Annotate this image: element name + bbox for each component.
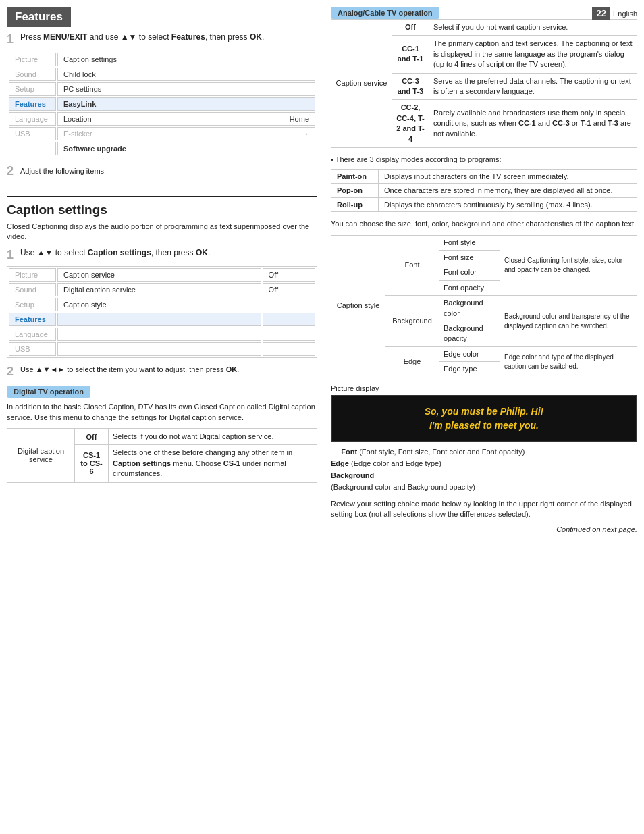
cs-code-cc3: CC-3 and T-3 [392, 73, 429, 100]
cs-desc-cc3: Serve as the preferred data channels. Th… [429, 73, 637, 100]
font-detail: (Font style, Font size, Font color and F… [359, 448, 525, 456]
menu-left-setup: Setup [9, 82, 56, 96]
cap-menu-left-language: Language [9, 328, 56, 341]
dcs-desc-cs: Selects one of these before changing any… [109, 445, 317, 482]
cstyle-item-bgopacity: Background opacity [439, 321, 500, 347]
menu-row-picture: Picture Caption settings [9, 53, 315, 66]
menu-row-usb: USB E-sticker → [9, 127, 315, 140]
caption-service-table: Caption service Off Select if you do not… [331, 19, 637, 148]
cstyle-item-bgcolor: Background color [439, 296, 500, 321]
cap-menu-mid-empty3 [57, 342, 261, 356]
cap-menu-left-picture: Picture [9, 268, 56, 282]
cap-menu-mid-cstyle: Caption style [57, 298, 261, 311]
cs-code-cc1: CC-1 and T-1 [392, 36, 429, 73]
page-number-bar: 22 English [592, 7, 637, 20]
digital-desc: In addition to the basic Closed Caption,… [7, 402, 317, 423]
menu-left-empty [9, 142, 56, 155]
dcs-opt-cs: CS-1 to CS-6 [75, 445, 109, 482]
menu-row-software: Software upgrade [9, 142, 315, 155]
digital-tv-bar: Digital TV operation [7, 386, 90, 398]
dm-label-rollup: Roll-up [331, 198, 379, 212]
picture-display-label: Picture display [331, 384, 637, 392]
picture-display-section: Picture display So, you must be Philip. … [331, 384, 637, 494]
location-label: Location [63, 115, 92, 123]
cap-menu-row-usb: USB [9, 342, 315, 356]
cstyle-item-edgecolor: Edge color [439, 346, 500, 361]
caption-settings-title: Caption settings [7, 196, 317, 217]
menu-row-setup: Setup PC settings [9, 82, 315, 96]
cstyle-group-font: Font [385, 235, 439, 296]
menu-left-picture: Picture [9, 53, 56, 66]
menu-row-sound: Sound Child lock [9, 68, 315, 81]
font-label: Font [341, 448, 357, 456]
dm-row-rollup: Roll-up Displays the characters continuo… [331, 198, 637, 212]
features-menu-table: Picture Caption settings Sound Child loc… [7, 51, 317, 157]
menu-right-caption-settings: Caption settings [57, 53, 315, 66]
dm-row-painton: Paint-on Displays input characters on th… [331, 170, 637, 184]
cap-menu-left-sound: Sound [9, 283, 56, 296]
edge-label: Edge [331, 459, 349, 467]
step2-adjust-text: Adjust the following items. [20, 167, 106, 175]
cap-menu-mid-empty2 [57, 328, 261, 341]
cap-menu-row-sound: Sound Digital caption service Off [9, 283, 315, 296]
features-title: Features [7, 7, 71, 27]
tv-screen: So, you must be Philip. Hi! I'm pleased … [331, 395, 637, 442]
cap-menu-mid-empty [57, 313, 261, 326]
dm-label-popon: Pop-on [331, 184, 379, 198]
annotation-area: Font (Font style, Font size, Font color … [331, 446, 637, 494]
bg-annotation: Background (Background color and Backgro… [331, 470, 637, 494]
cap-menu-right-empty2 [263, 313, 315, 326]
menu-row-language: Language Location Home [9, 112, 315, 126]
cstyle-item-fontstyle: Font style [439, 235, 500, 250]
bg-label: Background [331, 471, 374, 479]
caption-desc: Closed Captioning displays the audio por… [7, 221, 317, 242]
menu-left-usb: USB [9, 127, 56, 140]
dm-row-popon: Pop-on Once characters are stored in mem… [331, 184, 637, 198]
dcs-row-off: Digital caption service Off Selects if y… [7, 428, 317, 444]
cs-row-off: Caption service Off Select if you do not… [331, 20, 637, 36]
dcs-desc-off: Selects if you do not want Digital capti… [109, 428, 317, 444]
bullet-text: • There are 3 display modes according to… [331, 155, 637, 165]
cap-menu-left-setup: Setup [9, 298, 56, 311]
step1-number: 1 [7, 32, 18, 47]
cstyle-group-background: Background [385, 296, 439, 347]
home-label: Home [290, 115, 309, 123]
cs-label-caption-service: Caption service [331, 20, 392, 148]
cap-menu-left-usb: USB [9, 342, 56, 356]
menu-right-software-upgrade: Software upgrade [57, 142, 315, 155]
step1-label: Press MENU/EXIT and use ▲▼ to select Fea… [20, 32, 264, 42]
tv-text-line1: So, you must be Philip. Hi! [339, 405, 629, 419]
display-modes-table: Paint-on Displays input characters on th… [331, 169, 637, 212]
cap-menu-right-empty4 [263, 342, 315, 356]
menu-row-features: Features EasyLink [9, 97, 315, 111]
menu-right-child-lock: Child lock [57, 68, 315, 81]
dm-label-painton: Paint-on [331, 170, 379, 184]
menu-left-sound: Sound [9, 68, 56, 81]
digital-caption-service-table: Digital caption service Off Selects if y… [7, 428, 317, 483]
menu-right-easylink: EasyLink [57, 97, 315, 111]
cstyle-item-fontcolor: Font color [439, 265, 500, 280]
caption-menu-table: Picture Caption service Off Sound Digita… [7, 266, 317, 358]
caption-settings-section: Caption settings Closed Captioning displ… [7, 196, 317, 483]
cap-menu-row-picture: Picture Caption service Off [9, 268, 315, 282]
dcs-label: Digital caption service [7, 428, 75, 482]
cap-menu-right-empty1 [263, 298, 315, 311]
cap-menu-right-empty3 [263, 328, 315, 341]
cstyle-item-fontopacity: Font opacity [439, 280, 500, 295]
cap-menu-row-language: Language [9, 328, 315, 341]
dcs-opt-off: Off [75, 428, 109, 444]
cap-menu-row-setup: Setup Caption style [9, 298, 315, 311]
cs-desc-off: Select if you do not want caption servic… [429, 20, 637, 36]
step2-number: 2 [7, 164, 18, 178]
dm-desc-painton: Displays input characters on the TV scre… [379, 170, 637, 184]
cap-menu-mid-dcs: Digital caption service [57, 283, 261, 296]
divider-1 [7, 190, 317, 190]
bg-detail: (Background color and Background opacity… [331, 483, 475, 491]
menu-right-e-sticker: E-sticker → [57, 127, 315, 140]
page-language: English [613, 9, 637, 18]
page-number: 22 [592, 7, 610, 20]
features-section: Features 1 Press MENU/EXIT and use ▲▼ to… [7, 7, 317, 184]
char-desc: You can choose the size, font, color, ba… [331, 219, 637, 229]
caption-step2-text: Use ▲▼◄► to select the item you want to … [20, 365, 239, 375]
cstyle-group-edge: Edge [385, 346, 439, 377]
